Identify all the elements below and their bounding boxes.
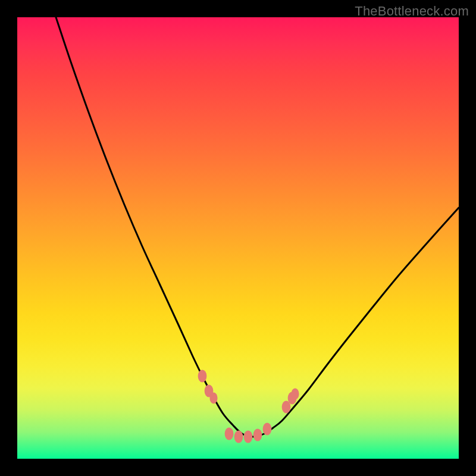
curve-marker: [209, 393, 217, 404]
chart-svg: [17, 17, 459, 459]
curve-marker: [291, 389, 299, 400]
curve-marker: [234, 430, 243, 443]
curve-marker: [225, 427, 234, 440]
watermark-text: TheBottleneck.com: [355, 4, 469, 19]
curve-marker: [263, 422, 272, 435]
curve-marker: [244, 430, 253, 443]
plot-area: [17, 17, 459, 459]
chart-frame: TheBottleneck.com: [0, 0, 476, 476]
curve-marker: [198, 369, 207, 382]
curve-marker: [253, 428, 262, 441]
marker-group: [198, 369, 299, 443]
bottleneck-curve: [56, 17, 459, 437]
